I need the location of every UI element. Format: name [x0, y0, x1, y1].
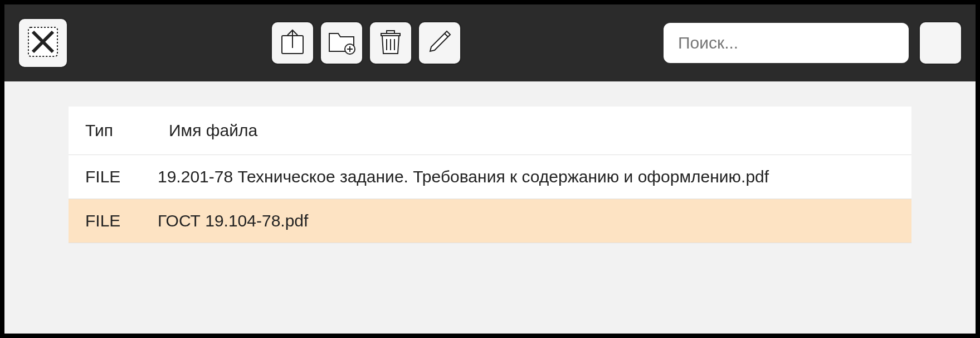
table-row[interactable]: FILEГОСТ 19.104-78.pdf — [69, 199, 911, 243]
table-row[interactable]: FILE19.201-78 Техническое задание. Требо… — [69, 155, 911, 199]
cell-type: FILE — [69, 199, 152, 243]
table-header-row: Тип Имя файла — [69, 107, 911, 155]
column-header-name[interactable]: Имя файла — [152, 107, 911, 155]
upload-icon — [277, 27, 308, 59]
search-box — [664, 23, 909, 63]
pencil-icon — [425, 27, 455, 59]
delete-button[interactable] — [369, 21, 412, 65]
folder-plus-icon — [326, 27, 357, 59]
close-icon — [25, 24, 61, 62]
file-table: Тип Имя файла FILE19.201-78 Техническое … — [69, 107, 911, 243]
cell-type: FILE — [69, 155, 152, 199]
cell-name: ГОСТ 19.104-78.pdf — [152, 199, 911, 243]
ai-button[interactable] — [919, 21, 962, 65]
content-area: Тип Имя файла FILE19.201-78 Техническое … — [4, 81, 976, 334]
cell-name: 19.201-78 Техническое задание. Требовани… — [152, 155, 911, 199]
search-input[interactable] — [678, 33, 894, 52]
new-folder-button[interactable] — [320, 21, 363, 65]
column-header-type[interactable]: Тип — [69, 107, 152, 155]
trash-icon — [376, 27, 406, 59]
edit-button[interactable] — [418, 21, 461, 65]
toolbar — [4, 4, 976, 81]
app-window: Тип Имя файла FILE19.201-78 Техническое … — [4, 4, 976, 334]
close-button[interactable] — [18, 18, 68, 68]
upload-button[interactable] — [271, 21, 314, 65]
